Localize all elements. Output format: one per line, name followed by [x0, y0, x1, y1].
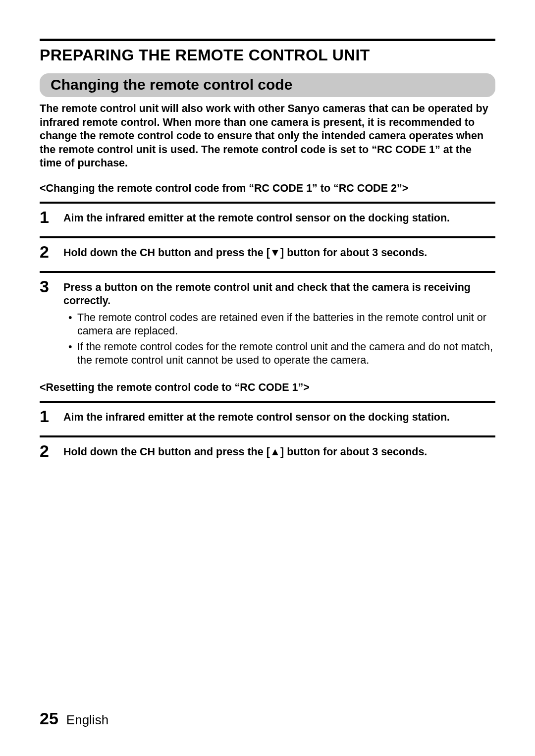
procedure-label: <Changing the remote control code from “… [40, 182, 495, 195]
step-item: 1 Aim the infrared emitter at the remote… [40, 208, 495, 229]
step-divider [40, 202, 495, 204]
step-item: 3 Press a button on the remote control u… [40, 277, 495, 374]
step-item: 2 Hold down the CH button and press the … [40, 441, 495, 463]
procedure-label: <Resetting the remote control code to “R… [40, 381, 495, 394]
page-title: PREPARING THE REMOTE CONTROL UNIT [40, 46, 495, 64]
step-body: Hold down the CH button and press the [▲… [63, 442, 495, 459]
step-text: Hold down the CH button and press the [▲… [63, 445, 495, 459]
step-divider [40, 236, 495, 238]
step-divider [40, 271, 495, 273]
page-footer: 25 English [40, 709, 108, 728]
step-number: 1 [40, 209, 54, 225]
step-body: Aim the infrared emitter at the remote c… [63, 209, 495, 225]
step-number: 1 [40, 408, 54, 425]
bullet-item: • If the remote control codes for the re… [68, 340, 495, 368]
page-number: 25 [40, 709, 58, 728]
step-number: 2 [40, 442, 54, 459]
step-divider [40, 435, 495, 437]
section-subheading: Changing the remote control code [40, 73, 495, 97]
step-number: 2 [40, 243, 54, 260]
step-text: Press a button on the remote control uni… [63, 281, 495, 308]
bullet-dot-icon: • [68, 340, 72, 368]
step-item: 1 Aim the infrared emitter at the remote… [40, 407, 495, 429]
step-body: Aim the infrared emitter at the remote c… [63, 408, 495, 425]
page-language: English [66, 712, 108, 728]
intro-paragraph: The remote control unit will also work w… [40, 102, 495, 170]
bullet-text: If the remote control codes for the remo… [77, 340, 495, 368]
bullet-dot-icon: • [68, 311, 72, 338]
bullet-item: • The remote control codes are retained … [68, 311, 495, 338]
bullet-list: • The remote control codes are retained … [63, 311, 495, 368]
step-body: Press a button on the remote control uni… [63, 278, 495, 370]
step-body: Hold down the CH button and press the [▼… [63, 243, 495, 260]
top-horizontal-rule [40, 39, 495, 41]
step-text: Hold down the CH button and press the [▼… [63, 246, 495, 260]
step-divider [40, 401, 495, 403]
step-item: 2 Hold down the CH button and press the … [40, 242, 495, 264]
step-text: Aim the infrared emitter at the remote c… [63, 411, 495, 425]
step-number: 3 [40, 278, 54, 295]
step-text: Aim the infrared emitter at the remote c… [63, 212, 495, 225]
manual-page: PREPARING THE REMOTE CONTROL UNIT Changi… [40, 39, 495, 463]
bullet-text: The remote control codes are retained ev… [77, 311, 495, 338]
